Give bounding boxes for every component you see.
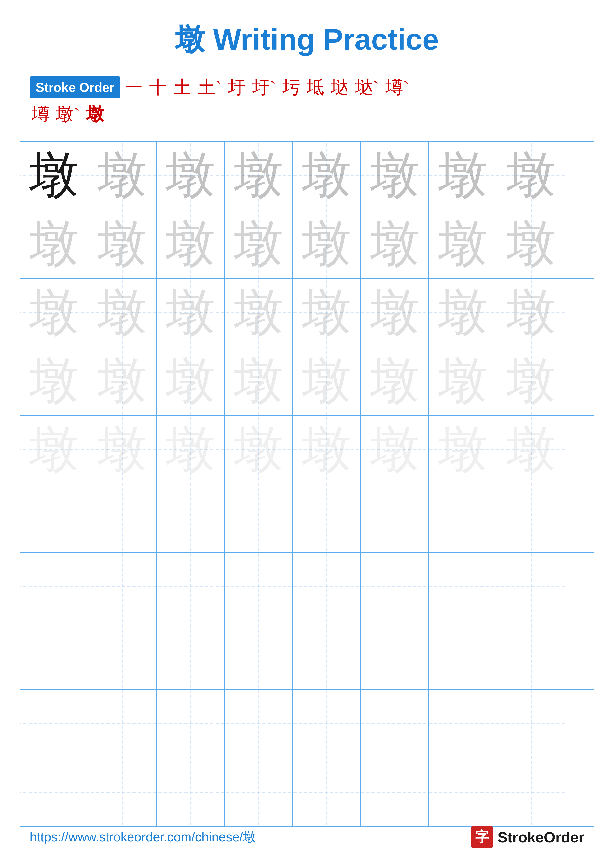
- grid-cell-r7c4[interactable]: [225, 553, 293, 621]
- grid-row-9: [20, 690, 594, 758]
- grid-cell-r1c8[interactable]: 墩: [497, 141, 565, 209]
- stroke-char-5: 圩: [228, 75, 246, 100]
- grid-cell-r4c8[interactable]: 墩: [497, 347, 565, 415]
- grid-cell-r4c4[interactable]: 墩: [225, 347, 293, 415]
- grid-cell-r3c8[interactable]: 墩: [497, 279, 565, 347]
- grid-cell-r6c8[interactable]: [497, 484, 565, 552]
- grid-cell-r9c6[interactable]: [361, 690, 429, 758]
- grid-cell-r7c3[interactable]: [157, 553, 225, 621]
- grid-cell-r5c5[interactable]: 墩: [293, 416, 361, 484]
- grid-cell-r4c1[interactable]: 墩: [20, 347, 89, 415]
- grid-cell-r2c8[interactable]: 墩: [497, 210, 565, 278]
- grid-cell-r9c3[interactable]: [157, 690, 225, 758]
- grid-cell-r3c2[interactable]: 墩: [89, 279, 157, 347]
- grid-cell-r10c2[interactable]: [89, 758, 157, 826]
- stroke-order-badge: Stroke Order: [30, 76, 120, 98]
- grid-cell-r5c7[interactable]: 墩: [429, 416, 497, 484]
- grid-cell-r6c6[interactable]: [361, 484, 429, 552]
- practice-char-guide: 墩: [166, 425, 215, 474]
- stroke-char-12: 墫: [32, 102, 50, 126]
- grid-cell-r4c6[interactable]: 墩: [361, 347, 429, 415]
- grid-cell-r8c2[interactable]: [89, 621, 157, 689]
- grid-cell-r10c6[interactable]: [361, 758, 429, 826]
- stroke-order-row2: 墫 墩` 墩: [30, 102, 584, 126]
- logo-text: StrokeOrder: [497, 829, 584, 846]
- grid-cell-r3c6[interactable]: 墩: [361, 279, 429, 347]
- grid-cell-r7c2[interactable]: [89, 553, 157, 621]
- grid-cell-r2c1[interactable]: 墩: [20, 210, 89, 278]
- grid-row-3: 墩 墩 墩 墩 墩 墩 墩 墩: [20, 279, 594, 347]
- practice-char-guide: 墩: [234, 151, 283, 200]
- grid-cell-r6c4[interactable]: [225, 484, 293, 552]
- grid-cell-r6c7[interactable]: [429, 484, 497, 552]
- grid-cell-r3c3[interactable]: 墩: [157, 279, 225, 347]
- grid-cell-r2c4[interactable]: 墩: [225, 210, 293, 278]
- grid-cell-r10c3[interactable]: [157, 758, 225, 826]
- grid-cell-r1c1[interactable]: 墩: [20, 141, 89, 209]
- grid-cell-r10c4[interactable]: [225, 758, 293, 826]
- practice-char-guide: 墩: [507, 356, 556, 406]
- grid-cell-r6c1[interactable]: [20, 484, 89, 552]
- grid-cell-r4c3[interactable]: 墩: [157, 347, 225, 415]
- grid-cell-r8c8[interactable]: [497, 621, 565, 689]
- grid-cell-r1c5[interactable]: 墩: [293, 141, 361, 209]
- grid-cell-r3c7[interactable]: 墩: [429, 279, 497, 347]
- grid-cell-r5c1[interactable]: 墩: [20, 416, 89, 484]
- grid-cell-r1c7[interactable]: 墩: [429, 141, 497, 209]
- grid-cell-r8c7[interactable]: [429, 621, 497, 689]
- grid-cell-r5c4[interactable]: 墩: [225, 416, 293, 484]
- grid-cell-r5c2[interactable]: 墩: [89, 416, 157, 484]
- practice-char-guide: 墩: [234, 219, 283, 269]
- grid-cell-r8c5[interactable]: [293, 621, 361, 689]
- grid-cell-r8c3[interactable]: [157, 621, 225, 689]
- grid-cell-r9c2[interactable]: [89, 690, 157, 758]
- grid-cell-r9c8[interactable]: [497, 690, 565, 758]
- grid-cell-r2c7[interactable]: 墩: [429, 210, 497, 278]
- grid-cell-r7c6[interactable]: [361, 553, 429, 621]
- practice-char-guide: 墩: [507, 219, 556, 269]
- grid-cell-r2c3[interactable]: 墩: [157, 210, 225, 278]
- grid-cell-r10c7[interactable]: [429, 758, 497, 826]
- grid-cell-r5c6[interactable]: 墩: [361, 416, 429, 484]
- grid-cell-r1c4[interactable]: 墩: [225, 141, 293, 209]
- grid-cell-r2c5[interactable]: 墩: [293, 210, 361, 278]
- grid-cell-r4c7[interactable]: 墩: [429, 347, 497, 415]
- grid-cell-r9c4[interactable]: [225, 690, 293, 758]
- grid-cell-r8c6[interactable]: [361, 621, 429, 689]
- grid-cell-r7c7[interactable]: [429, 553, 497, 621]
- grid-cell-r8c1[interactable]: [20, 621, 89, 689]
- practice-grid: 墩 墩 墩 墩 墩 墩 墩 墩 墩 墩 墩: [20, 141, 594, 827]
- grid-cell-r2c6[interactable]: 墩: [361, 210, 429, 278]
- grid-cell-r2c2[interactable]: 墩: [89, 210, 157, 278]
- grid-cell-r7c8[interactable]: [497, 553, 565, 621]
- grid-cell-r4c5[interactable]: 墩: [293, 347, 361, 415]
- grid-cell-r7c1[interactable]: [20, 553, 89, 621]
- grid-cell-r5c3[interactable]: 墩: [157, 416, 225, 484]
- grid-cell-r1c2[interactable]: 墩: [89, 141, 157, 209]
- grid-cell-r3c4[interactable]: 墩: [225, 279, 293, 347]
- grid-cell-r10c5[interactable]: [293, 758, 361, 826]
- practice-char-guide: 墩: [302, 356, 351, 406]
- grid-cell-r1c6[interactable]: 墩: [361, 141, 429, 209]
- grid-row-7: [20, 553, 594, 621]
- grid-cell-r1c3[interactable]: 墩: [157, 141, 225, 209]
- grid-cell-r9c7[interactable]: [429, 690, 497, 758]
- grid-cell-r3c1[interactable]: 墩: [20, 279, 89, 347]
- logo-icon: 字: [471, 826, 493, 848]
- grid-cell-r5c8[interactable]: 墩: [497, 416, 565, 484]
- grid-cell-r6c3[interactable]: [157, 484, 225, 552]
- grid-cell-r3c5[interactable]: 墩: [293, 279, 361, 347]
- grid-cell-r8c4[interactable]: [225, 621, 293, 689]
- grid-cell-r4c2[interactable]: 墩: [89, 347, 157, 415]
- grid-cell-r9c5[interactable]: [293, 690, 361, 758]
- practice-char-guide: 墩: [370, 219, 420, 269]
- practice-char-guide: 墩: [98, 151, 147, 200]
- grid-cell-r6c5[interactable]: [293, 484, 361, 552]
- grid-cell-r10c8[interactable]: [497, 758, 565, 826]
- grid-cell-r7c5[interactable]: [293, 553, 361, 621]
- grid-cell-r9c1[interactable]: [20, 690, 89, 758]
- practice-char-guide: 墩: [30, 288, 79, 337]
- grid-cell-r10c1[interactable]: [20, 758, 89, 826]
- practice-char-guide: 墩: [438, 288, 488, 337]
- grid-cell-r6c2[interactable]: [89, 484, 157, 552]
